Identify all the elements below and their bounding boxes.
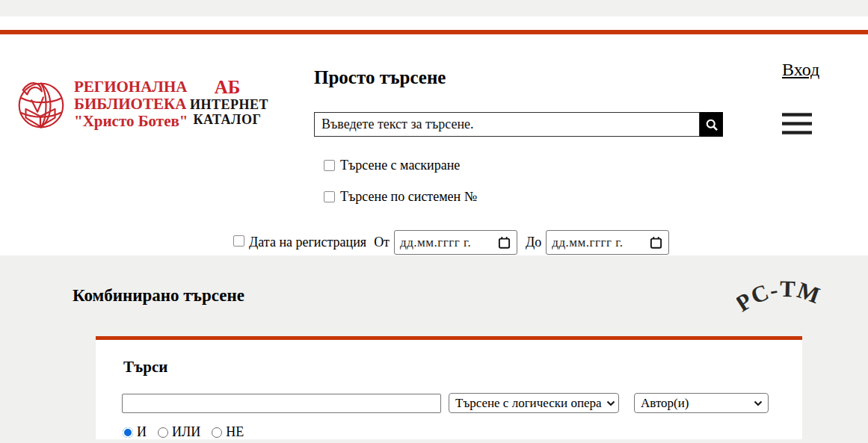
date-from-label: От [374,235,390,250]
operator-select-value: Търсене с логически опера [455,396,602,411]
checkbox-masking-label: Търсене с маскиране [340,158,460,173]
field-select-value: Автор(и) [641,396,689,411]
date-to-value: дд.мм.гггг г. [552,235,623,250]
radio-not-dot[interactable] [212,427,222,438]
date-to-input[interactable]: дд.мм.гггг г. [546,230,669,255]
library-name-line3: "Христо Ботев" [74,113,188,130]
combined-search-section: Комбинирано търсене РС-ТМ Търси Търсене … [0,255,868,443]
library-name-line1: РЕГИОНАЛНА [74,78,188,96]
term-input[interactable] [122,394,441,413]
top-strip [0,0,868,16]
checkbox-masking-row[interactable]: Търсене с маскиране [324,158,460,173]
ab-monogram: АБ [190,78,265,97]
library-logo-link[interactable]: РЕГИОНАЛНА БИБЛИОТЕКА "Христо Ботев" [10,75,188,137]
radio-not[interactable]: НЕ [212,424,244,440]
radio-or-dot[interactable] [158,427,168,438]
date-from-value: дд.мм.гггг г. [400,235,471,250]
date-from-input[interactable]: дд.мм.гггг г. [394,230,517,255]
boolean-radio-row: И ИЛИ НЕ [123,424,255,440]
date-filter-label: Дата на регистрация [249,235,366,250]
date-filter-row: Дата на регистрация От дд.мм.гггг г. До … [233,230,669,255]
calendar-icon[interactable] [498,236,511,250]
vendor-logo-text: РС-ТМ [736,276,824,317]
chevron-down-icon [606,400,615,406]
checkbox-masking[interactable] [324,160,335,171]
radio-or[interactable]: ИЛИ [158,424,200,440]
card-search-title: Търси [123,358,167,377]
radio-or-label: ИЛИ [172,424,200,440]
ab-catalog-logo: АБ ИНТЕРНЕТ КАТАЛОГ [190,78,265,127]
operator-select[interactable]: Търсене с логически опера [449,393,619,413]
date-filter-checkbox[interactable] [233,235,244,247]
page: РЕГИОНАЛНА БИБЛИОТЕКА "Христо Ботев" АБ … [0,0,868,443]
library-name: РЕГИОНАЛНА БИБЛИОТЕКА "Христо Ботев" [74,78,188,130]
svg-text:РС-ТМ: РС-ТМ [736,276,824,317]
radio-and-dot[interactable] [123,427,133,438]
radio-and[interactable]: И [123,424,147,440]
checkbox-system-number-label: Търсене по системен № [340,189,477,205]
combined-search-card: Търси Търсене с логически опера Автор(и) [96,336,802,443]
search-button[interactable] [700,112,723,137]
checkbox-system-number[interactable] [324,191,335,202]
horizontal-scrollbar-strip[interactable] [0,439,868,443]
library-logo-icon [10,75,71,137]
radio-and-label: И [137,424,147,440]
chevron-down-icon [754,400,763,406]
card-field-row: Търсене с логически опера Автор(и) [122,393,769,413]
vendor-logo-rstm: РС-ТМ [736,276,835,323]
radio-not-label: НЕ [226,424,244,440]
simple-search-title: Просто търсене [314,67,446,88]
search-input[interactable] [314,112,700,137]
calendar-icon[interactable] [650,236,662,250]
search-icon [704,117,719,132]
library-name-line2: БИБЛИОТЕКА [74,96,188,113]
menu-hamburger-icon[interactable] [782,113,812,134]
date-to-label: До [526,235,541,250]
login-link[interactable]: Вход [782,60,819,80]
accent-divider [0,30,868,34]
catalog-label-line2: КАТАЛОГ [190,112,265,127]
simple-search-bar [314,112,723,137]
catalog-label-line1: ИНТЕРНЕТ [190,97,265,112]
combined-search-title: Комбинирано търсене [73,286,244,306]
checkbox-system-number-row[interactable]: Търсене по системен № [324,189,477,205]
field-select[interactable]: Автор(и) [634,393,769,413]
